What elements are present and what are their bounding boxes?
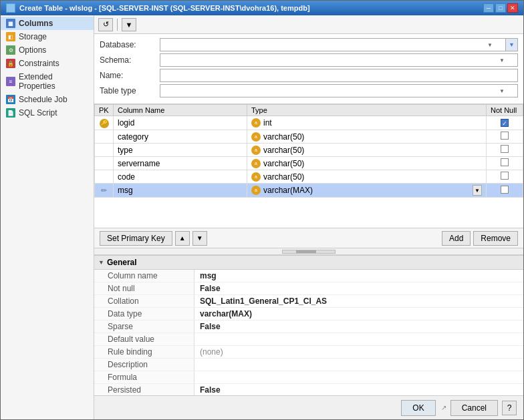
prop-value bbox=[194, 371, 205, 383]
type-icon: a bbox=[251, 159, 261, 168]
name-label: Name: bbox=[100, 71, 160, 80]
col-header-column-name: Column Name bbox=[114, 105, 247, 116]
table-type-select-wrapper: Regular ▼ bbox=[160, 84, 518, 97]
database-row: Database: tempdb ▼ ▼ bbox=[100, 38, 518, 51]
database-select[interactable]: tempdb bbox=[160, 38, 506, 51]
sidebar-item-extended-properties[interactable]: ≡ Extended Properties bbox=[1, 70, 94, 93]
maximize-button[interactable]: □ bbox=[495, 3, 506, 13]
pk-cell bbox=[95, 130, 114, 144]
key-icon: 🔑 bbox=[100, 119, 109, 128]
type-icon: a bbox=[251, 132, 261, 142]
not-null-cell: ✓ bbox=[487, 116, 523, 130]
cursor-indicator: ↗ bbox=[441, 404, 446, 411]
checkbox-unchecked-icon[interactable] bbox=[501, 186, 509, 194]
table-row[interactable]: codeavarchar(50) bbox=[95, 170, 523, 184]
type-cell: avarchar(50) bbox=[247, 157, 487, 170]
col-header-type: Type bbox=[247, 105, 487, 116]
type-cell: avarchar(MAX)▼ bbox=[247, 184, 487, 198]
database-filter-btn[interactable]: ▼ bbox=[506, 38, 518, 51]
type-dropdown-btn[interactable]: ▼ bbox=[473, 185, 482, 196]
add-button[interactable]: Add bbox=[442, 231, 471, 246]
minimize-button[interactable]: ─ bbox=[483, 3, 494, 13]
properties-panel: ▼ General Column namemsgNot nullFalseCol… bbox=[94, 255, 523, 395]
prop-name: Persisted bbox=[94, 384, 194, 395]
title-bar: Create Table - wlslog - [SQL-SERVER-INST… bbox=[1, 1, 523, 15]
properties-section-header: ▼ General bbox=[94, 256, 523, 270]
prop-row: SparseFalse bbox=[94, 321, 523, 333]
prop-name: Sparse bbox=[94, 321, 194, 333]
sidebar-label-ext-props: Extended Properties bbox=[19, 72, 88, 91]
column-name-cell: code bbox=[114, 170, 247, 184]
columns-table: PK Column Name Type Not Null 🔑logidaint✓… bbox=[94, 104, 523, 198]
title-bar-left: Create Table - wlslog - [SQL-SERVER-INST… bbox=[6, 3, 310, 13]
cancel-button[interactable]: Cancel bbox=[450, 400, 498, 416]
checkbox-unchecked-icon[interactable] bbox=[501, 132, 509, 140]
actions-bar: Set Primary Key ▲ ▼ Add Remove bbox=[94, 228, 523, 248]
prop-name: Rule binding bbox=[94, 346, 194, 358]
sidebar-item-options[interactable]: ⚙ Options bbox=[1, 43, 94, 57]
main-window: Create Table - wlslog - [SQL-SERVER-INST… bbox=[0, 0, 524, 420]
table-row[interactable]: typeavarchar(50) bbox=[95, 144, 523, 157]
ext-props-icon: ≡ bbox=[6, 77, 15, 86]
type-cell: aint bbox=[247, 116, 487, 130]
table-type-select[interactable]: Regular bbox=[160, 84, 518, 97]
scroll-thumb bbox=[296, 250, 316, 253]
form-area: Database: tempdb ▼ ▼ Schema: dbo bbox=[94, 34, 523, 104]
pk-cell bbox=[95, 157, 114, 170]
prop-value: False bbox=[194, 282, 226, 294]
help-button[interactable]: ? bbox=[502, 401, 517, 415]
column-name-cell: type bbox=[114, 144, 247, 157]
checkbox-checked-icon[interactable]: ✓ bbox=[501, 119, 509, 127]
move-down-button[interactable]: ▼ bbox=[192, 231, 207, 246]
checkbox-unchecked-icon[interactable] bbox=[501, 172, 509, 180]
storage-icon: ◧ bbox=[6, 32, 15, 41]
sidebar-item-constraints[interactable]: 🔒 Constraints bbox=[1, 57, 94, 70]
database-label: Database: bbox=[100, 40, 160, 49]
prop-row: Not nullFalse bbox=[94, 282, 523, 295]
not-null-cell bbox=[487, 144, 523, 157]
type-icon: a bbox=[251, 146, 261, 155]
checkbox-unchecked-icon[interactable] bbox=[501, 145, 509, 153]
col-header-pk: PK bbox=[95, 105, 114, 116]
ok-button[interactable]: OK bbox=[401, 400, 435, 416]
name-input[interactable]: wlslog bbox=[160, 69, 518, 82]
filter-button[interactable]: ▼ bbox=[122, 18, 136, 31]
prop-value bbox=[194, 333, 205, 345]
toolbar-separator bbox=[117, 19, 118, 31]
pk-cell: ✏ bbox=[95, 184, 114, 198]
col-header-not-null: Not Null bbox=[487, 105, 523, 116]
scroll-bar[interactable] bbox=[282, 250, 336, 254]
table-type-control: Regular ▼ bbox=[160, 84, 518, 97]
type-cell: avarchar(50) bbox=[247, 144, 487, 157]
prop-name: Not null bbox=[94, 282, 194, 294]
prop-value: False bbox=[194, 384, 226, 395]
schema-row: Schema: dbo ▼ bbox=[100, 53, 518, 67]
sidebar-item-columns[interactable]: ▦ Columns bbox=[1, 17, 94, 30]
toolbar: ↺ ▼ bbox=[94, 15, 523, 34]
type-icon: a bbox=[251, 118, 261, 128]
table-row[interactable]: 🔑logidaint✓ bbox=[95, 116, 523, 130]
prop-value: SQL_Latin1_General_CP1_CI_AS bbox=[194, 295, 332, 307]
collapse-icon[interactable]: ▼ bbox=[98, 259, 104, 266]
schema-select[interactable]: dbo bbox=[160, 53, 518, 67]
database-select-wrapper: tempdb ▼ bbox=[160, 38, 506, 51]
sidebar-item-sql-script[interactable]: 📄 SQL Script bbox=[1, 106, 94, 120]
prop-name: Data type bbox=[94, 308, 194, 320]
checkbox-unchecked-icon[interactable] bbox=[501, 158, 509, 166]
remove-button[interactable]: Remove bbox=[473, 231, 518, 246]
prop-row: Column namemsg bbox=[94, 270, 523, 282]
table-row[interactable]: categoryavarchar(50) bbox=[95, 130, 523, 144]
set-primary-key-button[interactable]: Set Primary Key bbox=[100, 231, 172, 246]
prop-row: Formula bbox=[94, 371, 523, 384]
sidebar-item-storage[interactable]: ◧ Storage bbox=[1, 30, 94, 43]
move-up-button[interactable]: ▲ bbox=[175, 231, 190, 246]
scroll-indicator bbox=[94, 248, 523, 255]
table-row[interactable]: servernameavarchar(50) bbox=[95, 157, 523, 170]
close-button[interactable]: ✕ bbox=[507, 3, 518, 13]
sidebar-item-schedule-job[interactable]: 📅 Schedule Job bbox=[1, 93, 94, 106]
column-name-cell: category bbox=[114, 130, 247, 144]
refresh-button[interactable]: ↺ bbox=[98, 18, 113, 31]
window-title: Create Table - wlslog - [SQL-SERVER-INST… bbox=[19, 4, 310, 12]
column-name-cell: msg bbox=[114, 184, 247, 198]
table-row[interactable]: ✏msgavarchar(MAX)▼ bbox=[95, 184, 523, 198]
